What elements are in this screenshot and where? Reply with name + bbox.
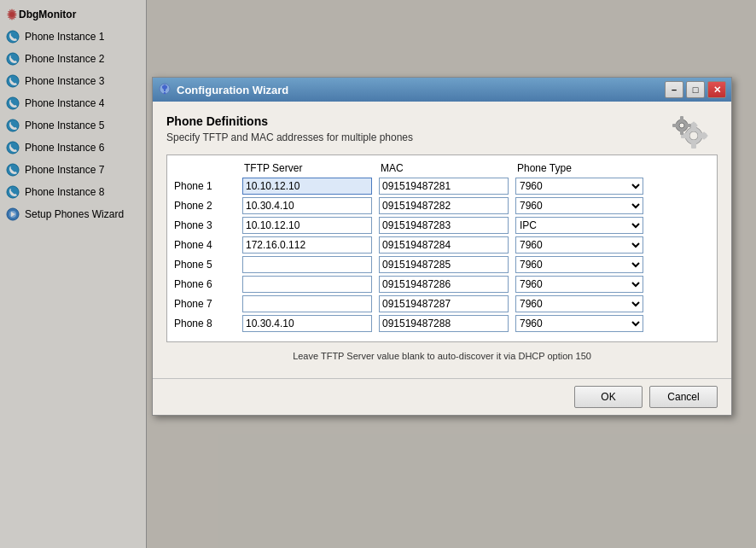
close-button[interactable]: ✕ xyxy=(707,81,726,98)
phone-label: Phone 4 xyxy=(174,239,242,251)
phone-type-select[interactable]: 7960IPC79407970 xyxy=(515,276,643,293)
tftp-input[interactable] xyxy=(242,236,372,254)
tftp-input[interactable] xyxy=(242,217,372,234)
minimize-button[interactable]: – xyxy=(665,81,683,98)
tftp-input[interactable] xyxy=(242,315,372,332)
phone-type-select-wrap: 7960IPC79407970 xyxy=(515,236,648,254)
phone-type-select-wrap: 7960IPC79407970 xyxy=(515,276,648,293)
phone-type-select-wrap: 7960IPC79407970 xyxy=(515,295,648,312)
table-headers: TFTP Server MAC Phone Type xyxy=(174,162,710,174)
phone-type-select[interactable]: 7960IPC79407970 xyxy=(515,236,643,254)
phone-type-select[interactable]: 7960IPC79407970 xyxy=(515,256,643,273)
col-header-tftp: TFTP Server xyxy=(242,162,379,174)
phone-label: Phone 7 xyxy=(174,298,242,310)
gear-decoration xyxy=(666,112,718,154)
dialog-content: Phone Definitions Specify TFTP and MAC a… xyxy=(153,102,731,378)
dialog-header-text: Phone Definitions Specify TFTP and MAC a… xyxy=(166,114,413,152)
tftp-input[interactable] xyxy=(242,295,372,312)
configuration-dialog: Configuration Wizard – □ ✕ Phone Definit… xyxy=(152,77,732,416)
mac-input[interactable] xyxy=(379,276,509,293)
phone-label: Phone 5 xyxy=(174,259,242,271)
cancel-button[interactable]: Cancel xyxy=(649,386,718,408)
mac-input[interactable] xyxy=(379,315,509,332)
phone-label: Phone 8 xyxy=(174,318,242,329)
svg-rect-24 xyxy=(680,129,683,135)
dialog-title: Configuration Wizard xyxy=(177,84,662,96)
phone-type-select-wrap: 7960IPC79407970 xyxy=(515,256,648,273)
phone-rows: Phone 17960IPC79407970Phone 27960IPC7940… xyxy=(174,178,710,332)
phone-type-select[interactable]: 7960IPC79407970 xyxy=(515,197,643,214)
phone-type-select-wrap: 7960IPC79407970 xyxy=(515,197,648,214)
mac-input[interactable] xyxy=(379,178,509,195)
phone-type-select[interactable]: 7960IPC79407970 xyxy=(515,178,643,195)
svg-rect-12 xyxy=(164,92,166,94)
maximize-button[interactable]: □ xyxy=(686,81,705,98)
mac-input[interactable] xyxy=(379,197,509,214)
svg-point-14 xyxy=(689,131,698,140)
phone-label: Phone 3 xyxy=(174,219,242,231)
ok-button[interactable]: OK xyxy=(574,386,643,408)
tftp-input[interactable] xyxy=(242,276,372,293)
table-row: Phone 37960IPC79407970 xyxy=(174,217,710,234)
svg-rect-26 xyxy=(685,124,691,127)
tftp-input[interactable] xyxy=(242,178,372,195)
dialog-titlebar: Configuration Wizard – □ ✕ xyxy=(153,78,731,102)
hint-text: Leave TFTP Server value blank to auto-di… xyxy=(166,351,718,361)
phone-label: Phone 6 xyxy=(174,278,242,290)
section-subtitle: Specify TFTP and MAC addresses for multi… xyxy=(166,131,413,143)
col-header-mac: MAC xyxy=(379,162,515,174)
tftp-input[interactable] xyxy=(242,197,372,214)
mac-input[interactable] xyxy=(379,217,509,234)
phone-type-select-wrap: 7960IPC79407970 xyxy=(515,217,648,234)
svg-rect-16 xyxy=(691,140,696,149)
svg-rect-23 xyxy=(680,116,683,122)
phone-label: Phone 1 xyxy=(174,180,242,192)
phone-type-select[interactable]: 7960IPC79407970 xyxy=(515,295,643,312)
phone-type-select[interactable]: 7960IPC79407970 xyxy=(515,217,643,234)
dialog-footer: OK Cancel xyxy=(153,378,731,415)
mac-input[interactable] xyxy=(379,236,509,254)
tftp-input[interactable] xyxy=(242,256,372,273)
table-row: Phone 77960IPC79407970 xyxy=(174,295,710,312)
mac-input[interactable] xyxy=(379,256,509,273)
dialog-title-icon xyxy=(158,82,172,98)
table-row: Phone 17960IPC79407970 xyxy=(174,178,710,195)
dialog-overlay: Configuration Wizard – □ ✕ Phone Definit… xyxy=(0,0,756,548)
table-row: Phone 67960IPC79407970 xyxy=(174,276,710,293)
phone-type-select-wrap: 7960IPC79407970 xyxy=(515,178,648,195)
table-row: Phone 47960IPC79407970 xyxy=(174,236,710,254)
phones-table: TFTP Server MAC Phone Type Phone 17960IP… xyxy=(166,154,718,342)
phone-type-select[interactable]: 7960IPC79407970 xyxy=(515,315,643,332)
col-header-empty xyxy=(174,162,242,174)
dialog-header: Phone Definitions Specify TFTP and MAC a… xyxy=(166,112,718,154)
col-header-phone-type: Phone Type xyxy=(515,162,652,174)
table-row: Phone 87960IPC79407970 xyxy=(174,315,710,332)
table-row: Phone 27960IPC79407970 xyxy=(174,197,710,214)
table-row: Phone 57960IPC79407970 xyxy=(174,256,710,273)
phone-label: Phone 2 xyxy=(174,200,242,212)
svg-point-22 xyxy=(679,123,684,128)
mac-input[interactable] xyxy=(379,295,509,312)
section-title: Phone Definitions xyxy=(166,114,413,128)
phone-type-select-wrap: 7960IPC79407970 xyxy=(515,315,648,332)
svg-rect-25 xyxy=(672,124,678,127)
